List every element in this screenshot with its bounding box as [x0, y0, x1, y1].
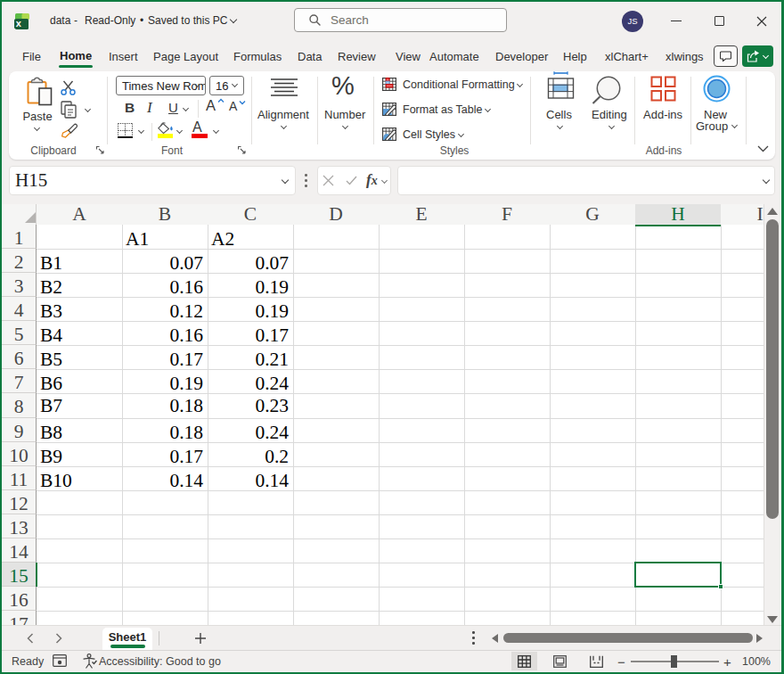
svg-text:x: x — [16, 18, 22, 29]
